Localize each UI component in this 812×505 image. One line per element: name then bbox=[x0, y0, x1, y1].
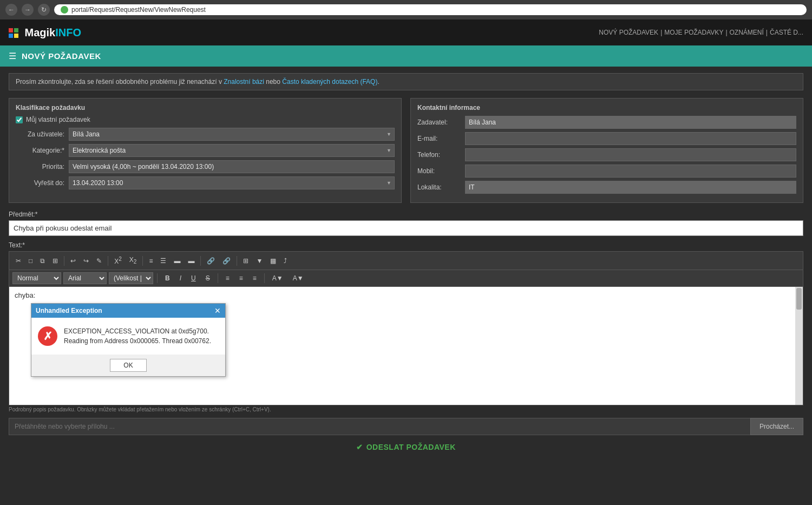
kategorie-wrapper: Elektronická pošta bbox=[69, 144, 395, 157]
vyresit-do-label: Vyřešit do: bbox=[16, 179, 64, 187]
url-bar[interactable]: portal/Request/RequestNew/ViewNewRequest bbox=[54, 4, 807, 15]
app-header: MagikINFO NOVÝ POŽADAVEK | MOJE POŽADAVK… bbox=[0, 19, 812, 45]
italic-button[interactable]: I bbox=[176, 273, 185, 284]
za-uzivatele-select[interactable]: Bílá Jana bbox=[69, 128, 395, 141]
lokalita-label: Lokalita: bbox=[417, 183, 461, 191]
main-content: Prosím zkontrolujte, zda se řešení obdob… bbox=[0, 67, 812, 458]
klasifikace-section: Klasifikace požadavku Můj vlastní požada… bbox=[9, 98, 402, 203]
logo-sq-green bbox=[14, 28, 18, 32]
priorita-value: Velmi vysoká (4,00h ~ pondělí 13.04.2020… bbox=[69, 160, 395, 173]
sep4 bbox=[200, 256, 201, 266]
sep2 bbox=[108, 256, 108, 266]
redo-button[interactable]: ↪ bbox=[80, 255, 92, 267]
error-dialog-close-button[interactable]: ✕ bbox=[214, 306, 221, 315]
logo-magik: Magik bbox=[25, 27, 56, 38]
nav-new-request[interactable]: NOVÝ POŽADAVEK bbox=[599, 29, 658, 36]
unlink-button[interactable]: 🔗 bbox=[219, 255, 234, 267]
indent-left-button[interactable]: ▬ bbox=[171, 255, 184, 267]
attachment-input[interactable] bbox=[9, 418, 750, 435]
priorita-row: Priorita: Velmi vysoká (4,00h ~ pondělí … bbox=[16, 160, 395, 173]
unordered-list-button[interactable]: ☰ bbox=[157, 255, 169, 267]
muj-vlastni-label: Můj vlastní požadavek bbox=[26, 116, 90, 123]
mobil-input[interactable] bbox=[465, 165, 796, 178]
strikethrough-button[interactable]: S bbox=[202, 273, 214, 284]
underline-button[interactable]: U bbox=[187, 273, 200, 284]
submit-button[interactable]: ✔ ODESLAT POŽADAVEK bbox=[356, 443, 456, 451]
logo-sq-red bbox=[9, 28, 13, 32]
znalostni-baze-link[interactable]: Znalostní bázi bbox=[224, 78, 264, 86]
muj-vlastni-checkbox[interactable] bbox=[16, 116, 23, 123]
predmet-input[interactable] bbox=[9, 220, 803, 236]
zadavatel-input[interactable] bbox=[465, 116, 796, 129]
superscript-button[interactable]: X2 bbox=[111, 254, 125, 267]
undo-button[interactable]: ↩ bbox=[67, 255, 79, 267]
za-uzivatele-label: Za uživatele: bbox=[16, 130, 64, 138]
klasifikace-title: Klasifikace požadavku bbox=[16, 104, 395, 112]
page-title: NOVÝ POŽADAVEK bbox=[22, 51, 101, 61]
muj-vlastni-row: Můj vlastní požadavek bbox=[16, 116, 395, 123]
nav-notifications[interactable]: OZNÁMENÍ bbox=[730, 29, 764, 36]
text-label: Text:* bbox=[9, 241, 803, 249]
sep7 bbox=[218, 273, 218, 283]
table-dropdown-button[interactable]: ▼ bbox=[253, 255, 266, 267]
submit-checkmark-icon: ✔ bbox=[356, 443, 363, 451]
highlight-color-button[interactable]: A▼ bbox=[289, 273, 307, 284]
indent-right-button[interactable]: ▬ bbox=[185, 255, 198, 267]
copy-button[interactable]: □ bbox=[25, 255, 36, 267]
scrollbar-thumb bbox=[796, 288, 802, 310]
hamburger-icon[interactable]: ☰ bbox=[9, 51, 16, 61]
subscript-button[interactable]: X2 bbox=[126, 254, 140, 267]
vyresit-do-select[interactable]: 13.04.2020 13:00 bbox=[69, 176, 395, 189]
form-row: Klasifikace požadavku Můj vlastní požada… bbox=[9, 98, 803, 203]
table-button[interactable]: ⊞ bbox=[240, 255, 252, 267]
zadavatel-row: Zadavatel: bbox=[417, 116, 796, 129]
align-center-button[interactable]: ≡ bbox=[235, 273, 247, 284]
error-dialog-title-text: Unhandled Exception bbox=[36, 307, 102, 314]
error-line2: Reading from Address 0x000065. Thread 0x… bbox=[64, 336, 211, 346]
attachment-row: Procházet... bbox=[9, 418, 803, 435]
app-nav: NOVÝ POŽADAVEK | MOJE POŽADAVKY | OZNÁME… bbox=[599, 29, 803, 36]
vyresit-do-row: Vyřešit do: 13.04.2020 13:00 bbox=[16, 176, 395, 189]
nav-my-requests[interactable]: MOJE POŽADAVKY bbox=[664, 29, 723, 36]
image-button[interactable]: ▩ bbox=[267, 255, 279, 267]
telefon-label: Telefon: bbox=[417, 151, 461, 159]
sep3 bbox=[142, 256, 143, 266]
error-dialog-text: EXCEPTION_ACCESS_VIOLATION at 0xd5g700. … bbox=[64, 326, 211, 346]
forward-button[interactable]: → bbox=[22, 4, 34, 16]
editor-area[interactable]: chyba: Unhandled Exception ✕ ✗ EXCEPTION… bbox=[9, 286, 803, 405]
kategorie-select[interactable]: Elektronická pošta bbox=[69, 144, 395, 157]
editor-scrollbar[interactable] bbox=[795, 287, 803, 405]
faq-link[interactable]: Často kladených dotazech (FAQ) bbox=[282, 78, 377, 86]
url-text: portal/Request/RequestNew/ViewNewRequest bbox=[71, 6, 206, 14]
ordered-list-button[interactable]: ≡ bbox=[146, 255, 156, 267]
nav-faq[interactable]: ČASTÉ D... bbox=[770, 29, 803, 36]
predmet-label: Předmět:* bbox=[9, 211, 803, 218]
vyresit-do-wrapper: 13.04.2020 13:00 bbox=[69, 176, 395, 189]
editor-content[interactable]: chyba: Unhandled Exception ✕ ✗ EXCEPTION… bbox=[9, 287, 803, 395]
refresh-button[interactable]: ↻ bbox=[38, 4, 50, 16]
logo-sq-blue bbox=[9, 34, 13, 38]
align-left-button[interactable]: ≡ bbox=[222, 273, 233, 284]
app-logo: MagikINFO bbox=[9, 27, 81, 39]
cut-button[interactable]: ✂ bbox=[12, 255, 24, 267]
error-ok-button[interactable]: OK bbox=[110, 359, 146, 372]
back-button[interactable]: ← bbox=[5, 4, 17, 16]
lokalita-input[interactable] bbox=[465, 181, 796, 194]
align-right-button[interactable]: ≡ bbox=[249, 273, 260, 284]
paragraph-style-select[interactable]: Normal bbox=[12, 272, 61, 284]
font-size-select[interactable]: (Velikost | bbox=[109, 272, 153, 284]
telefon-input[interactable] bbox=[465, 148, 796, 161]
format-button[interactable]: ✎ bbox=[93, 255, 105, 267]
logo-squares bbox=[9, 28, 18, 38]
paste-button[interactable]: ⧉ bbox=[37, 255, 48, 267]
font-family-select[interactable]: Arial bbox=[63, 272, 107, 284]
fullscreen-button[interactable]: ⤴ bbox=[280, 255, 290, 267]
text-color-button[interactable]: A▼ bbox=[269, 273, 287, 284]
bold-button[interactable]: B bbox=[161, 273, 174, 284]
browse-button[interactable]: Procházet... bbox=[750, 418, 803, 435]
kontaktni-section: Kontaktní informace Zadavatel: E-mail: T… bbox=[410, 98, 803, 203]
link-button[interactable]: 🔗 bbox=[204, 255, 218, 267]
email-input[interactable] bbox=[465, 132, 796, 145]
text-section: Text:* ✂ □ ⧉ ⊞ ↩ ↪ ✎ X2 X2 ≡ ☰ ▬ ▬ 🔗 🔗 ⊞… bbox=[9, 241, 803, 412]
paste-special-button[interactable]: ⊞ bbox=[49, 255, 61, 267]
